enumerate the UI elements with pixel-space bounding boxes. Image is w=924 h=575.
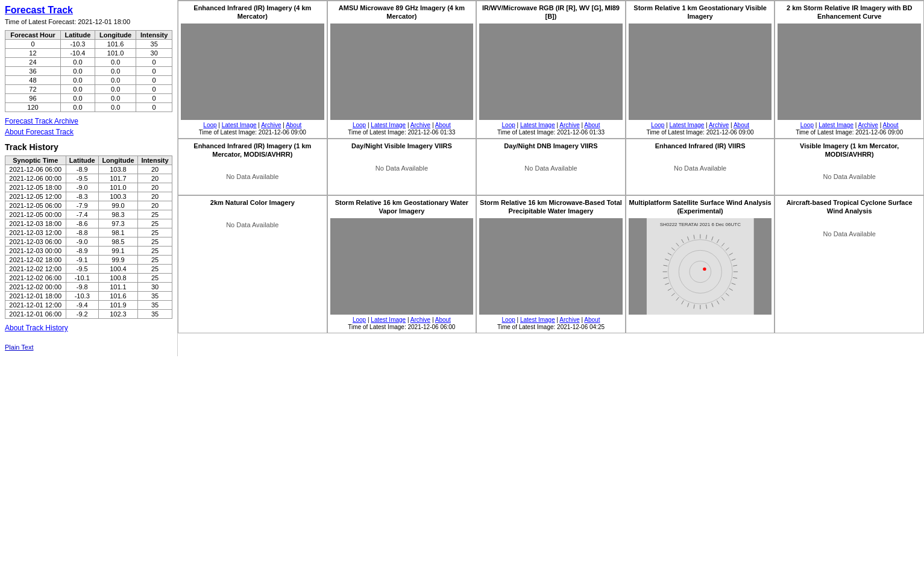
cell-link-latest-image[interactable]: Latest Image (670, 122, 705, 128)
cell-link-latest-image[interactable]: Latest Image (520, 316, 555, 323)
cell-links: Loop | Latest Image | Archive | About (353, 122, 451, 128)
cell-link-archive[interactable]: Archive (261, 122, 281, 128)
cell-link-latest-image[interactable]: Latest Image (222, 122, 257, 128)
forecast-cell: 0.0 (60, 67, 95, 76)
history-cell: 103.8 (98, 165, 137, 174)
history-row: 2021-12-06 00:00-9.5101.720 (5, 174, 172, 183)
cell-title: Visible Imagery (1 km Mercator, MODIS/AV… (778, 142, 921, 159)
forecast-cell: 0.0 (60, 103, 95, 112)
history-row: 2021-12-02 18:00-9.199.925 (5, 256, 172, 265)
pipe-separator: | (430, 122, 435, 128)
cell-link-loop[interactable]: Loop (353, 316, 366, 323)
history-row: 2021-12-03 06:00-9.098.525 (5, 237, 172, 247)
track-history-table: Synoptic Time Latitude Longitude Intensi… (5, 156, 172, 319)
pipe-separator: | (814, 122, 819, 128)
cell-time: Time of Latest Image: 2021-12-06 01:33 (348, 129, 455, 136)
cell-link-archive[interactable]: Archive (410, 316, 430, 323)
forecast-cell: 0.0 (60, 76, 95, 85)
history-cell: -8.3 (66, 192, 98, 201)
history-cell: 25 (138, 228, 172, 237)
cell-link-about[interactable]: About (286, 122, 301, 128)
history-cell: 98.5 (98, 237, 137, 247)
history-cell: 101.6 (98, 292, 137, 301)
cell-link-archive[interactable]: Archive (858, 122, 878, 128)
history-cell: -8.9 (66, 247, 98, 256)
cell-link-archive[interactable]: Archive (559, 122, 579, 128)
track-history-title: Track History (5, 142, 172, 152)
history-cell: 25 (138, 210, 172, 219)
history-cell: 20 (138, 165, 172, 174)
forecast-cell: 0 (5, 40, 61, 49)
history-cell: 99.1 (98, 247, 137, 256)
history-row: 2021-12-03 12:00-8.898.125 (5, 228, 172, 237)
cell-link-about[interactable]: About (584, 122, 600, 128)
cell-link-about[interactable]: About (435, 122, 451, 128)
forecast-cell: 0 (136, 58, 172, 67)
history-row: 2021-12-05 18:00-9.0101.020 (5, 183, 172, 192)
no-data-label: No Data Available (823, 218, 876, 250)
forecast-cell: 36 (5, 67, 61, 76)
history-cell: 2021-12-02 18:00 (5, 256, 66, 265)
about-track-history-link[interactable]: About Track History (5, 324, 172, 332)
plain-text-link[interactable]: Plain Text (5, 344, 34, 351)
about-forecast-track-link[interactable]: About Forecast Track (5, 128, 172, 136)
history-cell: 25 (138, 219, 172, 228)
forecast-col-intensity: Intensity (136, 31, 172, 40)
cell-link-loop[interactable]: Loop (651, 122, 664, 128)
forecast-cell: -10.4 (60, 49, 95, 58)
history-cell: 35 (138, 301, 172, 310)
cell-link-latest-image[interactable]: Latest Image (819, 122, 853, 128)
forecast-cell: -10.3 (60, 40, 95, 49)
cell-link-latest-image[interactable]: Latest Image (520, 122, 555, 128)
cell-link-loop[interactable]: Loop (203, 122, 216, 128)
history-cell: -10.1 (66, 274, 98, 283)
cell-link-about[interactable]: About (435, 316, 451, 323)
cell-link-latest-image[interactable]: Latest Image (371, 122, 406, 128)
forecast-cell: 0.0 (60, 85, 95, 94)
forecast-cell: 0 (136, 94, 172, 103)
cell-time: Time of Latest Image: 2021-12-06 04:25 (497, 324, 605, 330)
imagery-cell-wv-16km: Storm Relative 16 km Geostationary Water… (327, 195, 477, 333)
history-cell: 25 (138, 237, 172, 247)
history-row: 2021-12-02 06:00-10.1100.825 (5, 274, 172, 283)
cell-link-archive[interactable]: Archive (410, 122, 430, 128)
history-cell: -9.4 (66, 301, 98, 310)
forecast-cell: 0 (136, 85, 172, 94)
forecast-track-archive-link[interactable]: Forecast Track Archive (5, 117, 172, 125)
forecast-cell: 24 (5, 58, 61, 67)
history-cell: 97.3 (98, 219, 137, 228)
cell-time: Time of Latest Image: 2021-12-06 01:33 (497, 129, 605, 136)
cell-link-loop[interactable]: Loop (502, 122, 515, 128)
history-cell: 2021-12-05 00:00 (5, 210, 66, 219)
cell-link-archive[interactable]: Archive (709, 122, 729, 128)
history-cell: -10.3 (66, 292, 98, 301)
cell-time: Time of Latest Image: 2021-12-06 09:00 (199, 129, 306, 136)
history-col-lon: Longitude (98, 156, 137, 165)
history-row: 2021-12-03 00:00-8.999.125 (5, 247, 172, 256)
history-row: 2021-12-03 18:00-8.697.325 (5, 219, 172, 228)
cell-time: Time of Latest Image: 2021-12-06 09:00 (796, 129, 903, 136)
cell-title: IR/WV/Microwave RGB (IR [R], WV [G], MI8… (479, 4, 623, 21)
cell-links: Loop | Latest Image | Archive | About (502, 316, 600, 323)
history-cell: 100.3 (98, 192, 137, 201)
imagery-cell-tpw-16km: Storm Relative 16 km Microwave-Based Tot… (476, 195, 626, 333)
imagery-cell-vis-1km-modis: Visible Imagery (1 km Mercator, MODIS/AV… (775, 139, 924, 196)
cell-link-loop[interactable]: Loop (800, 122, 814, 128)
cell-link-loop[interactable]: Loop (502, 316, 515, 323)
imagery-cell-natural-color-2km: 2km Natural Color ImageryNo Data Availab… (178, 195, 327, 333)
history-cell: 2021-12-05 06:00 (5, 201, 66, 210)
forecast-cell: 12 (5, 49, 61, 58)
history-cell: -9.0 (66, 183, 98, 192)
cell-title: Enhanced Infrared (IR) Imagery (4 km Mer… (181, 4, 324, 21)
history-row: 2021-12-01 12:00-9.4101.935 (5, 301, 172, 310)
history-cell: -8.6 (66, 219, 98, 228)
cell-link-about[interactable]: About (584, 316, 600, 323)
cell-link-about[interactable]: About (734, 122, 749, 128)
cell-link-about[interactable]: About (883, 122, 899, 128)
cell-link-archive[interactable]: Archive (559, 316, 579, 323)
history-cell: 98.1 (98, 228, 137, 237)
imagery-cell-ir-bd-2km: 2 km Storm Relative IR Imagery with BD E… (775, 1, 924, 139)
cell-image-ir-bd-2km (778, 24, 921, 120)
cell-link-latest-image[interactable]: Latest Image (371, 316, 406, 323)
cell-link-loop[interactable]: Loop (353, 122, 366, 128)
